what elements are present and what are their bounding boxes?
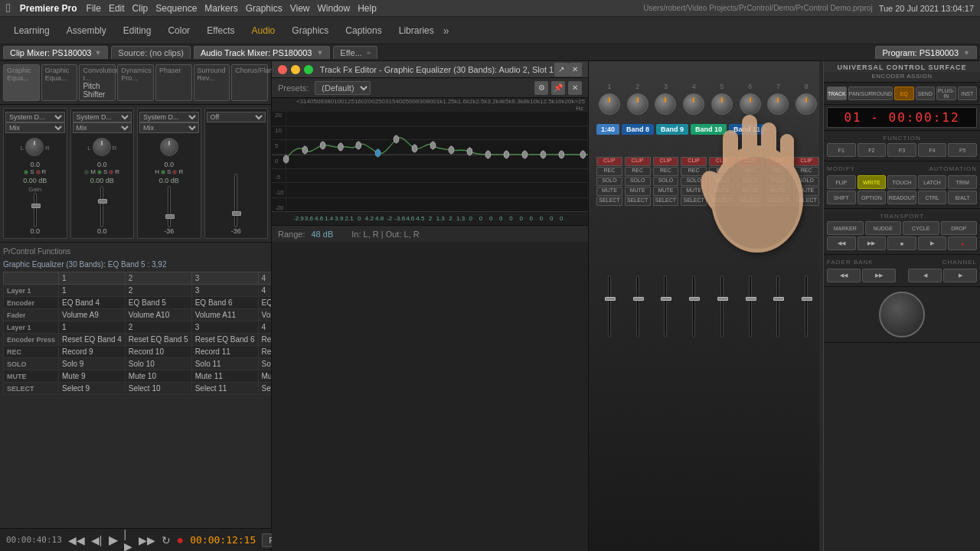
hw-knob-3[interactable] [655, 93, 676, 115]
transport-icon-step-back[interactable]: ◀| [91, 534, 103, 546]
tb-assembly[interactable]: Assembly [59, 20, 114, 41]
hw-select-7[interactable]: SELECT [766, 197, 792, 206]
ucs-fn-f5[interactable]: F5 [948, 143, 977, 157]
traffic-light-close[interactable] [278, 65, 287, 74]
ucs-btn-marker[interactable]: MARKER [827, 221, 864, 235]
ucs-btn-pan[interactable]: PAN/SURROUND [848, 86, 893, 100]
panel-source[interactable]: Source: (no clips) [111, 46, 191, 59]
transport-icon-next[interactable]: ▶▶ [139, 534, 155, 546]
ucs-btn-plugin[interactable]: PLUG-IN [936, 86, 956, 100]
ucs-btn-stop[interactable]: ■ [887, 236, 916, 250]
hw-fader-thumb-8[interactable] [802, 297, 812, 301]
panel-close-icon[interactable]: ▼ [94, 49, 101, 57]
hw-mute-5[interactable]: MUTE [709, 187, 735, 196]
band-btn-9[interactable]: Band 9 [656, 124, 688, 135]
ucs-btn-play[interactable]: ▶ [918, 236, 947, 250]
ch1-fader-thumb[interactable] [31, 204, 41, 208]
menu-graphics[interactable]: Graphics [246, 3, 283, 14]
hw-mute-7[interactable]: MUTE [766, 187, 792, 196]
effect-slot-6[interactable]: Chorus/Flang... [231, 64, 268, 101]
eq-expand-btn[interactable]: ↗ [554, 63, 568, 77]
hw-knob-1[interactable] [599, 93, 620, 115]
menu-view[interactable]: View [290, 3, 310, 14]
tb-captions[interactable]: Captions [338, 20, 389, 41]
transport-icon-loop[interactable]: ↻ [162, 534, 171, 546]
hw-select-4[interactable]: SELECT [681, 197, 707, 206]
ucs-btn-drop[interactable]: DROP [941, 221, 978, 235]
traffic-light-max[interactable] [304, 65, 313, 74]
ch1-pan-knob[interactable] [25, 138, 44, 156]
presets-select[interactable]: (Default) [315, 81, 371, 95]
hw-select-1[interactable]: SELECT [596, 197, 622, 206]
ucs-btn-flip[interactable]: FLIP [827, 175, 856, 189]
ch3-system-select[interactable]: System D... [139, 112, 199, 122]
hw-select-8[interactable]: SELECT [793, 197, 819, 206]
menu-help[interactable]: Help [358, 3, 377, 14]
hw-knob-5[interactable] [711, 93, 733, 115]
ch2-pan-knob[interactable] [93, 138, 111, 156]
hw-solo-1[interactable]: SOLO [596, 177, 622, 186]
hw-mute-3[interactable]: MUTE [653, 187, 679, 196]
hw-solo-8[interactable]: SOLO [793, 177, 819, 186]
hw-clip-6[interactable]: CLIP [737, 157, 763, 166]
transport-icon-play[interactable]: ▶ [109, 533, 118, 547]
ch1-system-select[interactable]: System D... [5, 112, 65, 122]
tb-libraries[interactable]: Libraries [391, 20, 442, 41]
ucs-btn-write[interactable]: WRITE [858, 175, 887, 189]
ch4-fader-thumb[interactable] [232, 211, 241, 216]
hw-solo-3[interactable]: SOLO [653, 177, 679, 186]
transport-icon-step-fwd[interactable]: |▶ [124, 528, 132, 552]
ch4-off-select[interactable]: Off [207, 112, 266, 122]
hw-fader-thumb-2[interactable] [633, 297, 644, 301]
menu-clip[interactable]: Clip [132, 3, 149, 14]
hw-knob-6[interactable] [740, 93, 761, 115]
effect-slot-4[interactable]: Phaser [155, 64, 192, 101]
hw-mute-6[interactable]: MUTE [737, 187, 763, 196]
hw-clip-3[interactable]: CLIP [653, 157, 679, 166]
toolbar-more-icon[interactable]: » [443, 24, 449, 37]
menu-markers[interactable]: Markers [204, 3, 237, 14]
tb-learning[interactable]: Learning [6, 20, 57, 41]
traffic-light-min[interactable] [291, 65, 300, 74]
hw-clip-5[interactable]: CLIP [709, 157, 735, 166]
ucs-fn-f3[interactable]: F3 [887, 143, 916, 157]
menu-sequence[interactable]: Sequence [155, 3, 197, 14]
tb-editing[interactable]: Editing [116, 20, 159, 41]
effect-slot-3[interactable]: Dynamics Pro... [117, 64, 154, 101]
ch1-mix-select[interactable]: Mix [5, 122, 65, 133]
band-btn-11[interactable]: Band 11 [729, 124, 765, 135]
ucs-btn-touch[interactable]: TOUCH [887, 175, 916, 189]
hw-rec-3[interactable]: REC [653, 167, 679, 176]
hw-solo-7[interactable]: SOLO [766, 177, 792, 186]
tb-graphics[interactable]: Graphics [284, 20, 336, 41]
ucs-btn-readout[interactable]: READOUT [887, 191, 916, 204]
hw-mute-4[interactable]: MUTE [681, 187, 707, 196]
effect-slot-2[interactable]: Convolution I... Pitch Shifter [79, 64, 116, 101]
ucs-btn-inst[interactable]: INST [958, 86, 978, 100]
hw-select-5[interactable]: SELECT [709, 197, 735, 206]
ucs-btn-nudge[interactable]: NUDGE [865, 221, 902, 235]
ucs-btn-cycle[interactable]: CYCLE [903, 221, 939, 235]
hw-solo-6[interactable]: SOLO [737, 177, 763, 186]
ch2-system-select[interactable]: System D... [73, 112, 132, 122]
panel-clip-mixer[interactable]: Clip Mixer: PS180003 ▼ [3, 46, 108, 59]
ucs-btn-ch-right[interactable]: ▶ [943, 269, 977, 282]
hw-rec-1[interactable]: REC [596, 167, 622, 176]
hw-mute-1[interactable]: MUTE [596, 187, 622, 196]
hw-knob-4[interactable] [683, 93, 704, 115]
transport-icon-prev[interactable]: ◀◀ [68, 534, 85, 546]
hw-mute-2[interactable]: MUTE [625, 187, 651, 196]
ucs-fn-f4[interactable]: F4 [918, 143, 947, 157]
hw-clip-7[interactable]: CLIP [766, 157, 792, 166]
panel-program[interactable]: Program: PS180003 ▼ [875, 46, 977, 59]
tb-color[interactable]: Color [160, 20, 198, 41]
panel-effect-controls[interactable]: Effe... » [333, 46, 377, 59]
tb-effects[interactable]: Effects [199, 20, 242, 41]
hw-mute-8[interactable]: MUTE [793, 187, 819, 196]
transport-icon-rec[interactable]: ● [177, 533, 185, 547]
ch3-pan-knob[interactable] [160, 138, 178, 156]
hw-fader-thumb-5[interactable] [717, 297, 728, 301]
ucs-btn-track[interactable]: TRACK [827, 86, 847, 100]
hw-solo-2[interactable]: SOLO [625, 177, 651, 186]
ucs-btn-ctrl[interactable]: CTRL [918, 191, 947, 204]
